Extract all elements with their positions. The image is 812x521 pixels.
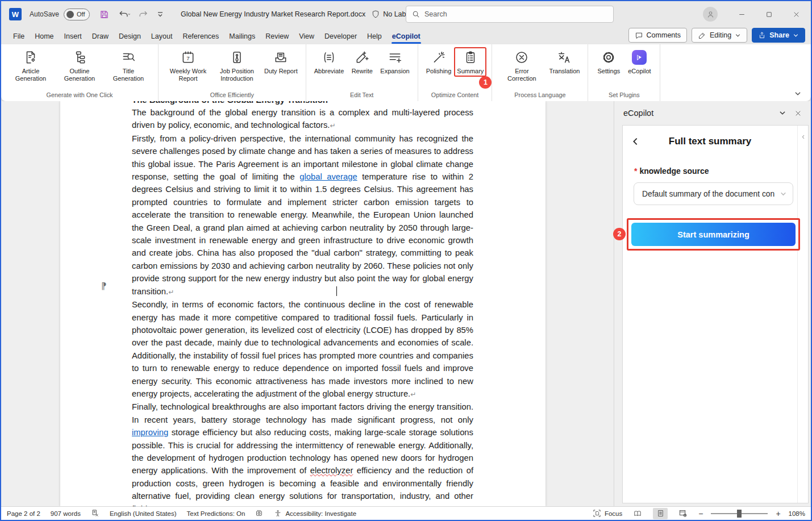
tab-review[interactable]: Review bbox=[260, 30, 294, 44]
comments-button[interactable]: Comments bbox=[628, 28, 687, 43]
account-avatar[interactable] bbox=[703, 7, 718, 22]
ribbon-button-label: Title Generation bbox=[107, 68, 150, 82]
editing-mode-button[interactable]: Editing bbox=[692, 28, 747, 43]
ribbon-button-translation[interactable]: Translation bbox=[547, 48, 582, 76]
collapse-ribbon-button[interactable] bbox=[794, 90, 802, 98]
word-count[interactable]: 907 words bbox=[51, 510, 81, 517]
tab-mailings[interactable]: Mailings bbox=[224, 30, 260, 44]
knowledge-source-select[interactable]: Default summary of the document con bbox=[634, 182, 793, 205]
view-title: Full text summary bbox=[640, 136, 780, 147]
text-run: Finally, technological breakthroughs are… bbox=[132, 402, 473, 424]
ribbon-button-ecopilot[interactable]: eCopilot bbox=[624, 48, 654, 76]
tab-help[interactable]: Help bbox=[362, 30, 387, 44]
ribbon-button-settings[interactable]: Settings bbox=[594, 48, 623, 76]
ribbon-button-job-position-introduction[interactable]: Job Position Introduction bbox=[213, 48, 261, 84]
ribbon-group-label: Edit Text bbox=[309, 91, 415, 101]
document-canvas: The Background of the Global Energy Tran… bbox=[1, 101, 614, 506]
page-indicator[interactable]: Page 2 of 2 bbox=[7, 510, 40, 517]
text-predictions-indicator[interactable]: Text Predictions: On bbox=[187, 510, 245, 517]
ribbon-group-label: Process Language bbox=[494, 91, 585, 101]
ribbon-button-error-correction[interactable]: Error Correction bbox=[498, 48, 546, 84]
document-paragraph: Finally, technological breakthroughs are… bbox=[132, 401, 473, 506]
chevron-down-icon bbox=[793, 32, 799, 39]
share-button[interactable]: Share bbox=[752, 28, 805, 43]
focus-label: Focus bbox=[605, 510, 622, 517]
ribbon-button-label: Settings bbox=[598, 68, 621, 75]
web-layout-button[interactable] bbox=[676, 508, 690, 519]
close-button[interactable] bbox=[785, 5, 807, 24]
redo-button[interactable] bbox=[138, 9, 149, 19]
customize-toolbar-button[interactable] bbox=[157, 11, 164, 18]
tab-design[interactable]: Design bbox=[114, 30, 146, 44]
proofing-errors-button[interactable] bbox=[91, 509, 99, 518]
ribbon-group-process-language: Error CorrectionTranslationProcess Langu… bbox=[492, 44, 588, 101]
ribbon-button-label: Translation bbox=[549, 68, 580, 75]
expansion-icon bbox=[388, 49, 402, 66]
language-indicator[interactable]: English (United States) bbox=[110, 510, 177, 517]
proofing-icon bbox=[91, 509, 99, 518]
word-app-icon[interactable]: W bbox=[9, 8, 22, 20]
ribbon-button-rewrite[interactable]: Rewrite bbox=[347, 48, 377, 76]
ribbon-button-label: eCopilot bbox=[628, 68, 651, 75]
hyperlink-text[interactable]: improving bbox=[132, 428, 168, 437]
undo-button[interactable] bbox=[118, 9, 130, 19]
read-mode-button[interactable] bbox=[630, 508, 645, 519]
tab-home[interactable]: Home bbox=[30, 30, 59, 44]
save-button[interactable] bbox=[99, 9, 110, 20]
print-layout-icon bbox=[657, 509, 664, 518]
accessibility-button[interactable]: Accessibility: Investigate bbox=[274, 510, 356, 518]
word-window: W AutoSave Off Global New Energy Industr… bbox=[0, 0, 812, 521]
ribbon-button-article-generation[interactable]: Article Generation bbox=[7, 48, 55, 84]
tab-references[interactable]: References bbox=[177, 30, 224, 44]
ribbon-button-polishing[interactable]: Polishing bbox=[424, 48, 454, 76]
ribbon-button-duty-report[interactable]: Duty Report bbox=[262, 48, 300, 76]
zoom-slider-thumb[interactable] bbox=[737, 510, 742, 518]
ribbon-button-summary[interactable]: Summary1 bbox=[455, 48, 486, 76]
paragraph-mark: ↵ bbox=[410, 390, 416, 398]
tab-layout[interactable]: Layout bbox=[146, 30, 178, 44]
tab-view[interactable]: View bbox=[294, 30, 319, 44]
document-title: Global New Energy Industry Market Resear… bbox=[181, 10, 365, 18]
document-page[interactable]: The Background of the Global Energy Tran… bbox=[60, 101, 546, 506]
tab-file[interactable]: File bbox=[8, 30, 30, 44]
ribbon-button-label: Summary bbox=[457, 68, 484, 75]
tab-insert[interactable]: Insert bbox=[59, 30, 87, 44]
pane-close-icon[interactable] bbox=[794, 110, 802, 117]
zoom-slider[interactable] bbox=[711, 513, 768, 514]
zoom-in-button[interactable]: + bbox=[776, 509, 780, 518]
search-input[interactable]: Search bbox=[406, 6, 614, 23]
tab-ecopilot[interactable]: eCopilot bbox=[387, 30, 426, 44]
zoom-level[interactable]: 108% bbox=[789, 510, 805, 517]
tab-developer[interactable]: Developer bbox=[319, 30, 362, 44]
focus-button[interactable]: Focus bbox=[593, 509, 622, 518]
print-layout-button[interactable] bbox=[653, 508, 668, 519]
ribbon-button-title-generation[interactable]: Title Generation bbox=[105, 48, 152, 84]
maximize-button[interactable] bbox=[757, 5, 780, 24]
ribbon-group-label: Optimize Content bbox=[420, 91, 490, 101]
ribbon-button-abbreviate[interactable]: Abbreviate bbox=[312, 48, 347, 76]
ribbon-button-label: Duty Report bbox=[264, 68, 298, 75]
zoom-out-button[interactable]: − bbox=[698, 509, 703, 518]
ribbon-button-weekly-work-report[interactable]: 7Weekly Work Report bbox=[164, 48, 212, 84]
tab-actions: Comments Editing Share bbox=[628, 28, 805, 43]
ribbon-button-expansion[interactable]: Expansion bbox=[378, 48, 411, 76]
ribbon-button-label: Outline Generation bbox=[58, 68, 101, 82]
hyperlink-text[interactable]: global average bbox=[299, 172, 357, 181]
back-button[interactable] bbox=[631, 137, 640, 146]
ribbon-button-label: Article Generation bbox=[9, 68, 52, 82]
title-generation-icon bbox=[121, 49, 136, 66]
duty-report-icon bbox=[273, 49, 288, 66]
minimize-button[interactable] bbox=[730, 5, 753, 24]
text-run: The background of the global energy tran… bbox=[132, 108, 473, 130]
autosave-state: Off bbox=[77, 11, 85, 18]
summary-icon bbox=[463, 49, 478, 66]
ribbon-button-outline-generation[interactable]: Outline Generation bbox=[56, 48, 103, 84]
tab-draw[interactable]: Draw bbox=[87, 30, 114, 44]
search-placeholder: Search bbox=[424, 10, 447, 18]
chevron-down-icon bbox=[735, 32, 741, 39]
pane-scrollbar[interactable] bbox=[797, 126, 808, 503]
pane-chevron-down-icon[interactable] bbox=[778, 109, 786, 117]
start-summarizing-button[interactable]: Start summarizing bbox=[631, 223, 796, 246]
macro-record-button[interactable] bbox=[255, 509, 264, 518]
autosave-toggle[interactable]: Off bbox=[64, 9, 90, 20]
